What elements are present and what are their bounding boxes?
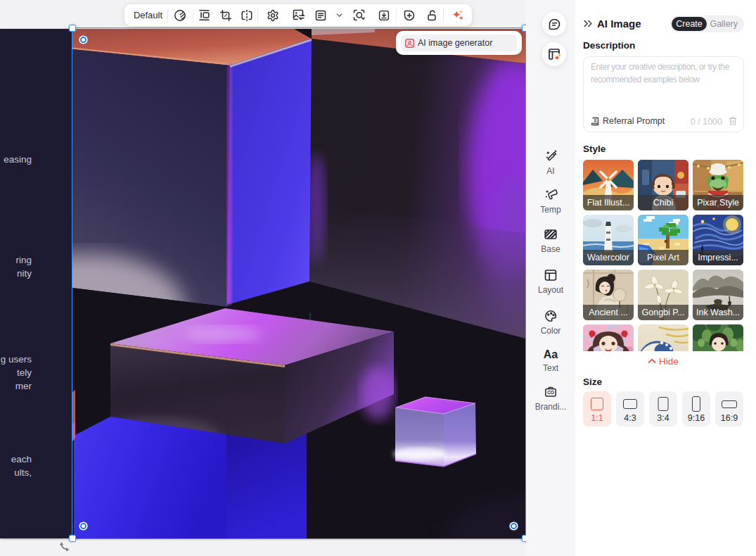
svg-text:CO: CO (547, 390, 554, 395)
